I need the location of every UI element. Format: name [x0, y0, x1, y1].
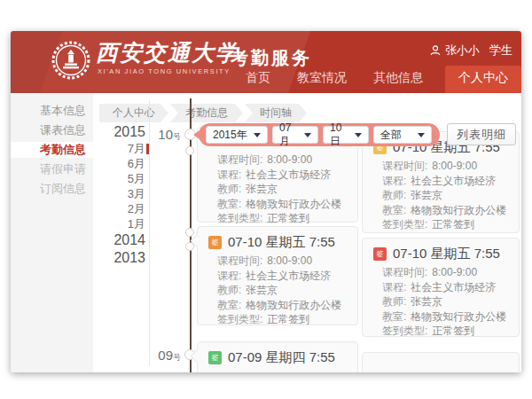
nav-other-info[interactable]: 其他信息 [360, 70, 436, 93]
timeline-month-jun[interactable]: 6月 [92, 156, 145, 171]
breadcrumb-timeline[interactable]: 时间轴 [245, 104, 307, 122]
year-select[interactable]: 2015年 [206, 126, 268, 144]
user-name: 张小小 [445, 43, 480, 59]
sidebar-item-leave-request[interactable]: 请假申请 [11, 161, 93, 177]
attendance-card: 签 07-10 星期五 7:55 课程时间:8:00-9:00 课程:社会主义市… [362, 238, 520, 337]
card-datetime: 07-09 星期四 7:55 [228, 349, 335, 366]
day-marker-10: 10号 [149, 127, 181, 143]
sidebar-item-basic-info[interactable]: 基本信息 [11, 103, 93, 119]
timeline-year-2014[interactable]: 2014 [92, 231, 145, 249]
caret-down-icon [355, 133, 362, 137]
timeline-node [185, 146, 194, 155]
sidebar-item-attendance-info[interactable]: 考勤信息 [11, 142, 93, 158]
month-select[interactable]: 07月 [272, 126, 318, 144]
nav-home[interactable]: 首页 [232, 70, 284, 93]
type-select[interactable]: 全部 [373, 126, 432, 144]
sidebar: 基本信息 课表信息 考勤信息 请假申请 订阅信息 [11, 93, 93, 372]
attendance-card [362, 352, 520, 372]
list-detail-button[interactable]: 列表明细 [447, 123, 516, 145]
day-select[interactable]: 10日 [323, 126, 369, 144]
attendance-stamp-green-icon: 签 [208, 351, 222, 364]
day-marker-09: 09号 [149, 348, 181, 364]
timeline-month-jan[interactable]: 1月 [92, 216, 145, 231]
card-datetime: 07-10 星期五 7:55 [228, 234, 335, 251]
caret-down-icon [418, 133, 425, 137]
attendance-card: 签 07-10 星期五 7:55 课程时间:8:00-9:00 课程:社会主义市… [197, 226, 358, 325]
breadcrumb-personal-center[interactable]: 个人中心 [99, 104, 168, 122]
timeline-month-jul[interactable]: 7月 [92, 141, 145, 156]
nav-classroom-status[interactable]: 教室情况 [284, 70, 360, 93]
university-name-cn: 西安交通大学 [96, 38, 239, 67]
person-icon [430, 45, 441, 56]
screen: 西安交通大学 XI'AN JIAO TONG UNIVERSITY 考勤服务 张… [0, 0, 532, 399]
selected-month-tick [146, 144, 149, 154]
main-nav: 首页 教室情况 其他信息 个人中心 [232, 66, 521, 93]
caret-down-icon [304, 133, 311, 137]
timeline-month-may[interactable]: 5月 [92, 171, 145, 186]
university-logo-icon [51, 41, 90, 80]
app-header: 西安交通大学 XI'AN JIAO TONG UNIVERSITY 考勤服务 张… [11, 31, 521, 93]
caret-down-icon [254, 133, 261, 137]
attendance-stamp-orange-icon: 签 [208, 236, 222, 249]
breadcrumb: 个人中心 考勤信息 时间轴 [99, 104, 307, 122]
filter-bar: 2015年 07月 10日 全部 [199, 123, 440, 146]
nav-personal-center-active-tab[interactable]: 个人中心 [445, 66, 521, 93]
timeline-month-list: 2015 7月 6月 5月 3月 2月 1月 2014 2013 [92, 123, 145, 267]
breadcrumb-attendance-info[interactable]: 考勤信息 [170, 104, 243, 122]
attendance-card: 签 07-10 星期五 7:55 课程时间:8:00-9:00 课程:社会主义市… [362, 131, 520, 233]
university-name-en: XI'AN JIAO TONG UNIVERSITY [98, 67, 231, 75]
user-role: 学生 [489, 43, 512, 59]
timeline-month-mar[interactable]: 3月 [92, 186, 145, 201]
page-body: 基本信息 课表信息 考勤信息 请假申请 订阅信息 个人中心 考勤信息 时间轴 2… [11, 93, 521, 372]
attendance-card: 签 07-09 星期四 7:55 [197, 341, 358, 372]
sidebar-item-subscription-info[interactable]: 订阅信息 [11, 181, 93, 197]
sidebar-item-schedule-info[interactable]: 课表信息 [11, 122, 93, 138]
timeline-month-feb[interactable]: 2月 [92, 201, 145, 216]
app-window: 西安交通大学 XI'AN JIAO TONG UNIVERSITY 考勤服务 张… [11, 31, 521, 372]
card-datetime: 07-10 星期五 7:55 [393, 246, 500, 262]
timeline-node [185, 228, 194, 237]
attendance-stamp-red-icon: 签 [373, 247, 387, 261]
timeline-year-2013[interactable]: 2013 [92, 249, 145, 267]
user-menu[interactable]: 张小小 学生 [430, 43, 512, 59]
timeline-year-2015[interactable]: 2015 [92, 123, 145, 141]
